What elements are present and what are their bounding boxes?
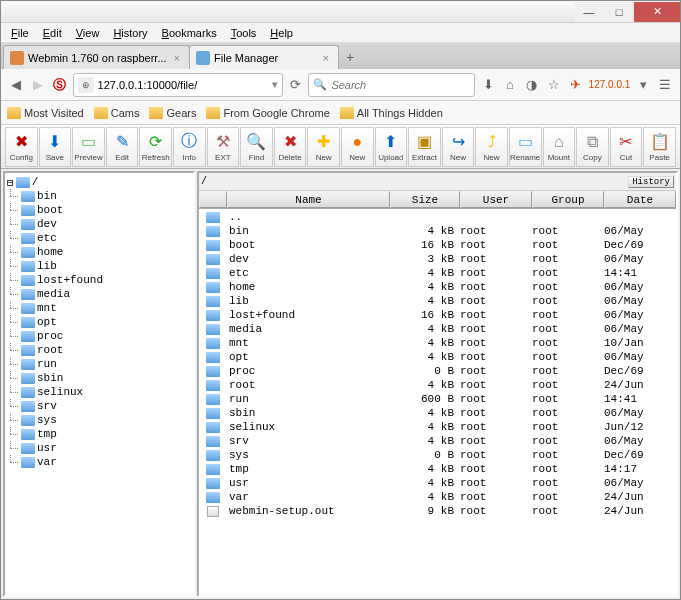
home-button[interactable]: ⌂ bbox=[501, 73, 519, 97]
bookmark-item[interactable]: All Things Hidden bbox=[340, 107, 443, 119]
tree-node[interactable]: bin bbox=[7, 189, 191, 203]
forward-button[interactable]: ▶ bbox=[29, 73, 47, 97]
tool-new-button[interactable]: ↪New bbox=[442, 127, 475, 167]
history-button[interactable]: History bbox=[628, 176, 674, 188]
col-date[interactable]: Date bbox=[604, 191, 676, 208]
tab-close-icon[interactable]: × bbox=[171, 52, 183, 64]
file-row[interactable]: var4 kBrootroot24/Jun bbox=[199, 490, 676, 504]
tool-config-button[interactable]: ✖Config bbox=[5, 127, 38, 167]
tree-node[interactable]: media bbox=[7, 287, 191, 301]
tree-node[interactable]: lib bbox=[7, 259, 191, 273]
new-tab-button[interactable]: + bbox=[338, 45, 362, 69]
file-list[interactable]: ..bin4 kBrootroot06/Mayboot16 kBrootroot… bbox=[199, 209, 676, 595]
file-row[interactable]: run600 Brootroot14:41 bbox=[199, 392, 676, 406]
reload-button[interactable]: ⟳ bbox=[287, 73, 305, 97]
downloads-button[interactable]: ⬇ bbox=[479, 73, 497, 97]
file-row[interactable]: lost+found16 kBrootroot06/May bbox=[199, 308, 676, 322]
tree-node[interactable]: tmp bbox=[7, 427, 191, 441]
col-group[interactable]: Group bbox=[532, 191, 604, 208]
window-minimize-button[interactable]: — bbox=[574, 2, 604, 22]
file-row[interactable]: srv4 kBrootroot06/May bbox=[199, 434, 676, 448]
menu-edit[interactable]: Edit bbox=[37, 25, 68, 41]
tree-node[interactable]: opt bbox=[7, 315, 191, 329]
tool-new-button[interactable]: ⤴New bbox=[475, 127, 508, 167]
site-identity-icon[interactable]: ⊕ bbox=[78, 77, 94, 93]
menu-bookmarks[interactable]: Bookmarks bbox=[156, 25, 223, 41]
search-input[interactable] bbox=[331, 79, 470, 91]
tree-node[interactable]: mnt bbox=[7, 301, 191, 315]
menu-tools[interactable]: Tools bbox=[225, 25, 263, 41]
noscript-button[interactable]: Ⓢ bbox=[51, 73, 69, 97]
file-row[interactable]: tmp4 kBrootroot14:17 bbox=[199, 462, 676, 476]
tree-node[interactable]: boot bbox=[7, 203, 191, 217]
tree-node[interactable]: root bbox=[7, 343, 191, 357]
file-row[interactable]: root4 kBrootroot24/Jun bbox=[199, 378, 676, 392]
sync-button[interactable]: ◑ bbox=[523, 73, 541, 97]
tree-node[interactable]: sbin bbox=[7, 371, 191, 385]
browser-tab[interactable]: Webmin 1.760 on raspberr...× bbox=[3, 45, 190, 69]
tab-close-icon[interactable]: × bbox=[320, 52, 332, 64]
dropdown-icon[interactable]: ▾ bbox=[272, 78, 278, 91]
tool-preview-button[interactable]: ▭Preview bbox=[72, 127, 105, 167]
tree-node[interactable]: proc bbox=[7, 329, 191, 343]
file-row[interactable]: proc0 BrootrootDec/69 bbox=[199, 364, 676, 378]
tool-ext-button[interactable]: ⚒EXT bbox=[207, 127, 240, 167]
bookmark-item[interactable]: Gears bbox=[149, 107, 196, 119]
url-bar[interactable]: ⊕ 127.0.0.1:10000/file/ ▾ bbox=[73, 73, 283, 97]
tool-extract-button[interactable]: ▣Extract bbox=[408, 127, 441, 167]
tool-upload-button[interactable]: ⬆Upload bbox=[375, 127, 408, 167]
tool-copy-button[interactable]: ⧉Copy bbox=[576, 127, 609, 167]
folder-tree-pane[interactable]: ⊟/binbootdevetchomeliblost+foundmediamnt… bbox=[3, 171, 195, 597]
tree-node[interactable]: usr bbox=[7, 441, 191, 455]
file-row[interactable]: lib4 kBrootroot06/May bbox=[199, 294, 676, 308]
location-icon[interactable]: ✈ bbox=[567, 73, 585, 97]
window-maximize-button[interactable]: □ bbox=[604, 2, 634, 22]
tool-refresh-button[interactable]: ⟳Refresh bbox=[139, 127, 172, 167]
menu-file[interactable]: File bbox=[5, 25, 35, 41]
file-row[interactable]: webmin-setup.out9 kBrootroot24/Jun bbox=[199, 504, 676, 518]
file-row[interactable]: dev3 kBrootroot06/May bbox=[199, 252, 676, 266]
col-size[interactable]: Size bbox=[390, 191, 460, 208]
tool-rename-button[interactable]: ▭Rename bbox=[509, 127, 542, 167]
file-row[interactable]: usr4 kBrootroot06/May bbox=[199, 476, 676, 490]
tree-root[interactable]: ⊟/ bbox=[7, 175, 191, 189]
tree-node[interactable]: var bbox=[7, 455, 191, 469]
file-row[interactable]: mnt4 kBrootroot10/Jan bbox=[199, 336, 676, 350]
menu-view[interactable]: View bbox=[70, 25, 106, 41]
col-icon[interactable] bbox=[199, 191, 227, 208]
file-row[interactable]: boot16 kBrootrootDec/69 bbox=[199, 238, 676, 252]
browser-tab[interactable]: File Manager× bbox=[189, 45, 339, 69]
col-user[interactable]: User bbox=[460, 191, 532, 208]
tree-node[interactable]: srv bbox=[7, 399, 191, 413]
back-button[interactable]: ◀ bbox=[7, 73, 25, 97]
bookmark-item[interactable]: Cams bbox=[94, 107, 140, 119]
hamburger-menu-button[interactable]: ☰ bbox=[656, 73, 674, 97]
tool-find-button[interactable]: 🔍Find bbox=[240, 127, 273, 167]
file-row[interactable]: sys0 BrootrootDec/69 bbox=[199, 448, 676, 462]
tool-cut-button[interactable]: ✂Cut bbox=[610, 127, 643, 167]
file-row[interactable]: etc4 kBrootroot14:41 bbox=[199, 266, 676, 280]
file-row[interactable]: selinux4 kBrootrootJun/12 bbox=[199, 420, 676, 434]
tree-node[interactable]: selinux bbox=[7, 385, 191, 399]
tool-new-button[interactable]: ✚New bbox=[307, 127, 340, 167]
bookmarks-menu-button[interactable]: ▾ bbox=[634, 73, 652, 97]
tree-node[interactable]: lost+found bbox=[7, 273, 191, 287]
col-name[interactable]: Name bbox=[227, 191, 390, 208]
file-row[interactable]: media4 kBrootroot06/May bbox=[199, 322, 676, 336]
bookmark-star-button[interactable]: ☆ bbox=[545, 73, 563, 97]
window-close-button[interactable]: ✕ bbox=[634, 2, 680, 22]
parent-dir-row[interactable]: .. bbox=[199, 210, 676, 224]
tree-node[interactable]: run bbox=[7, 357, 191, 371]
tree-node[interactable]: etc bbox=[7, 231, 191, 245]
search-bar[interactable]: 🔍 bbox=[308, 73, 475, 97]
file-row[interactable]: sbin4 kBrootroot06/May bbox=[199, 406, 676, 420]
tool-save-button[interactable]: ⬇Save bbox=[39, 127, 72, 167]
bookmark-item[interactable]: From Google Chrome bbox=[206, 107, 329, 119]
tree-node[interactable]: home bbox=[7, 245, 191, 259]
tool-paste-button[interactable]: 📋Paste bbox=[643, 127, 676, 167]
menu-history[interactable]: History bbox=[107, 25, 153, 41]
tool-new-button[interactable]: ●New bbox=[341, 127, 374, 167]
tool-info-button[interactable]: ⓘInfo bbox=[173, 127, 206, 167]
tree-node[interactable]: sys bbox=[7, 413, 191, 427]
tree-node[interactable]: dev bbox=[7, 217, 191, 231]
